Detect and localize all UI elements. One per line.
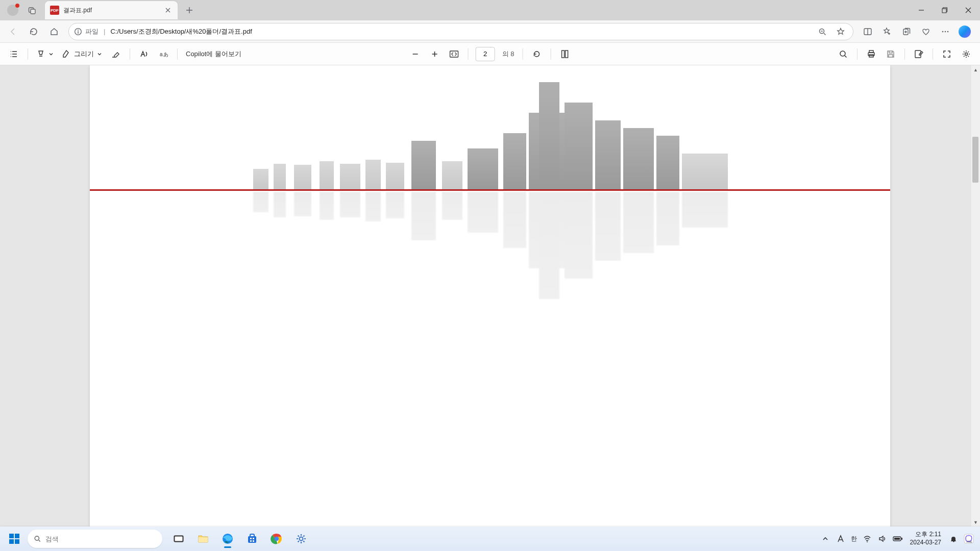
task-view-button[interactable] — [167, 529, 190, 549]
translate-button[interactable]: aあ — [155, 46, 172, 62]
chrome-app[interactable] — [265, 529, 288, 549]
find-button[interactable] — [835, 46, 852, 62]
page-number-input[interactable] — [476, 47, 495, 61]
edge-icon — [222, 533, 234, 545]
zoom-indicator-button[interactable] — [815, 24, 829, 39]
close-icon — [165, 8, 170, 13]
highlight-button[interactable] — [33, 46, 57, 62]
settings-app[interactable] — [290, 529, 312, 549]
clock-button[interactable]: 오후 2:11 2024-03-27 — [910, 531, 941, 546]
separator — [857, 48, 857, 60]
browser-essentials-button[interactable] — [917, 22, 935, 41]
svg-text:あ: あ — [163, 52, 168, 57]
taskbar-search-input[interactable] — [45, 535, 157, 543]
task-view-icon — [173, 533, 184, 544]
page-view-button[interactable] — [556, 46, 573, 62]
profile-button[interactable] — [4, 2, 21, 19]
draw-button[interactable]: 그리기 — [59, 46, 105, 62]
home-icon — [50, 27, 59, 36]
pdf-settings-button[interactable] — [958, 46, 975, 62]
print-button[interactable] — [863, 46, 880, 62]
search-icon — [34, 535, 41, 543]
fit-page-button[interactable] — [446, 46, 463, 62]
fullscreen-button[interactable] — [938, 46, 955, 62]
save-button[interactable] — [882, 46, 899, 62]
settings-menu-button[interactable] — [936, 22, 954, 41]
svg-rect-34 — [253, 540, 254, 542]
translate-icon: aあ — [159, 49, 168, 59]
edge-app[interactable] — [216, 529, 239, 549]
ime-font-button[interactable] — [836, 534, 846, 544]
scroll-up-button[interactable]: ▲ — [971, 65, 980, 74]
contents-toggle-button[interactable] — [5, 46, 22, 62]
svg-rect-6 — [78, 31, 78, 34]
refresh-button[interactable] — [24, 22, 43, 41]
read-aloud-icon — [139, 49, 149, 59]
tab-close-button[interactable] — [163, 6, 173, 15]
erase-button[interactable] — [107, 46, 125, 62]
file-explorer-app[interactable] — [192, 529, 214, 549]
svg-text:a: a — [160, 52, 163, 57]
pdf-viewport[interactable]: ▲ ▼ — [0, 65, 980, 527]
address-bar[interactable]: 파일 | C:/Users/조경희/Desktop/새%20폴더/결과표.pdf — [68, 23, 853, 40]
chrome-icon — [271, 533, 283, 545]
taskbar: 한 오후 2:11 2024-03-27 PRE — [0, 527, 980, 551]
separator — [28, 48, 28, 60]
fullscreen-icon — [942, 49, 951, 59]
separator — [177, 48, 178, 60]
copilot-sidebar-button[interactable] — [955, 22, 974, 41]
eraser-icon — [111, 49, 120, 59]
wifi-button[interactable] — [862, 534, 872, 544]
scroll-thumb[interactable] — [972, 137, 978, 183]
vertical-scrollbar[interactable]: ▲ ▼ — [971, 65, 980, 527]
split-screen-icon — [863, 27, 872, 36]
magnifier-minus-icon — [818, 28, 826, 36]
microsoft-store-app[interactable] — [241, 529, 263, 549]
tray-overflow-button[interactable] — [820, 534, 830, 544]
scroll-down-button[interactable]: ▼ — [971, 518, 980, 527]
svg-rect-1 — [31, 9, 35, 14]
split-screen-button[interactable] — [859, 22, 877, 41]
printer-icon — [867, 49, 876, 59]
back-button[interactable] — [4, 22, 22, 41]
ask-copilot-button[interactable]: Copilot에 물어보기 — [183, 46, 244, 62]
svg-rect-32 — [253, 538, 254, 539]
copilot-preview-button[interactable]: PRE — [964, 534, 974, 544]
maximize-button[interactable] — [933, 0, 957, 20]
zoom-out-button[interactable] — [407, 46, 424, 62]
svg-point-38 — [300, 537, 303, 541]
skyline-reflection — [90, 191, 890, 303]
tab-actions-button[interactable] — [23, 2, 41, 19]
notifications-button[interactable] — [948, 534, 959, 544]
rotate-button[interactable] — [528, 46, 545, 62]
favorite-button[interactable] — [834, 24, 848, 39]
home-button[interactable] — [45, 22, 63, 41]
svg-point-39 — [867, 541, 868, 542]
battery-button[interactable] — [893, 534, 903, 544]
svg-rect-23 — [915, 51, 921, 58]
taskbar-apps — [167, 529, 312, 549]
ime-language-indicator[interactable]: 한 — [851, 535, 857, 543]
taskbar-search[interactable] — [28, 530, 162, 548]
add-text-button[interactable] — [910, 46, 927, 62]
draw-label: 그리기 — [74, 49, 94, 59]
ellipsis-icon — [941, 27, 950, 36]
volume-button[interactable] — [877, 534, 888, 544]
collections-button[interactable] — [897, 22, 916, 41]
maximize-icon — [942, 7, 948, 13]
folder-icon — [197, 533, 209, 545]
zoom-in-button[interactable] — [426, 46, 444, 62]
bell-icon — [949, 535, 958, 543]
profile-avatar-icon — [7, 5, 18, 16]
start-button[interactable] — [3, 529, 26, 549]
browser-tab[interactable]: PDF 결과표.pdf — [45, 1, 178, 19]
tab-title: 결과표.pdf — [63, 6, 163, 15]
favorites-hub-button[interactable] — [878, 22, 896, 41]
new-tab-button[interactable] — [182, 3, 197, 18]
font-a-icon — [837, 535, 845, 543]
close-icon — [965, 7, 971, 13]
minimize-button[interactable] — [910, 0, 933, 20]
close-window-button[interactable] — [957, 0, 980, 20]
svg-rect-41 — [901, 538, 902, 540]
read-aloud-button[interactable] — [135, 46, 153, 62]
